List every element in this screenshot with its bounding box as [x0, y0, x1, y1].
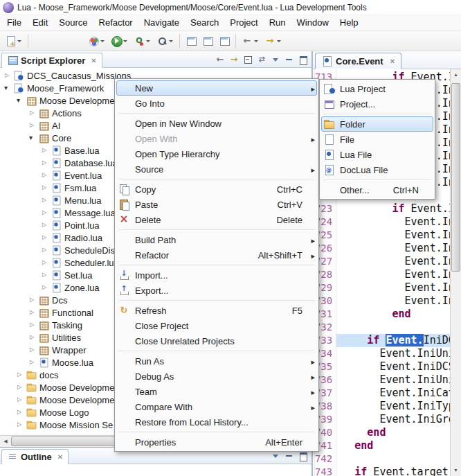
expander-collapsed-icon[interactable]: [17, 418, 26, 431]
code-line[interactable]: end: [336, 308, 450, 321]
code-line[interactable]: end: [336, 426, 450, 439]
menubar-item-help[interactable]: Help: [334, 16, 364, 29]
expander-collapsed-icon[interactable]: [42, 269, 51, 281]
code-line[interactable]: Event.IniCategory = Event.IniDCSUnit:get…: [336, 268, 450, 281]
expander-collapsed-icon[interactable]: [42, 231, 51, 244]
expander-collapsed-icon[interactable]: [29, 119, 38, 132]
code-line[interactable]: [336, 452, 450, 466]
code-line[interactable]: if Event.target then: [336, 466, 450, 476]
expander-collapsed-icon[interactable]: [17, 406, 26, 418]
expander-collapsed-icon[interactable]: [42, 157, 51, 169]
expander-expanded-icon[interactable]: [17, 94, 26, 107]
menu-item-debug-as[interactable]: Debug As: [116, 369, 317, 384]
expander-collapsed-icon[interactable]: [42, 256, 51, 269]
forward-button[interactable]: [228, 53, 240, 66]
dropdown-arrow-icon[interactable]: [168, 35, 174, 46]
scroll-up-icon[interactable]: [451, 69, 461, 80]
code-line[interactable]: Event.IniCategory = Event.IniDCSUnit:get…: [336, 387, 450, 400]
back-button[interactable]: [214, 53, 226, 66]
menubar-item-window[interactable]: Window: [291, 16, 334, 29]
link-editor-button[interactable]: [255, 53, 268, 66]
menubar-item-edit[interactable]: Edit: [27, 16, 53, 29]
code-line[interactable]: Event.IniUnitName = Event.IniDCSUnitName: [336, 229, 450, 242]
dropdown-arrow-icon[interactable]: [276, 35, 282, 46]
menu-item-refresh[interactable]: RefreshF5: [116, 303, 317, 318]
menubar-item-file[interactable]: File: [1, 16, 27, 29]
menu-item-compare-with[interactable]: Compare With: [116, 399, 317, 414]
scroll-left-icon[interactable]: [0, 436, 11, 447]
expander-collapsed-icon[interactable]: [29, 319, 38, 331]
close-icon[interactable]: ✕: [91, 57, 96, 64]
run-button[interactable]: [109, 33, 130, 49]
menu-item-lua-project[interactable]: Lua Project: [321, 81, 433, 96]
expander-collapsed-icon[interactable]: [29, 107, 38, 119]
code-line[interactable]: if Event.IniObjectCategory == 3 then: [336, 202, 450, 215]
dropdown-arrow-icon[interactable]: [253, 35, 259, 46]
menu-item-other[interactable]: Other...Ctrl+N: [321, 182, 433, 197]
external-tools-button[interactable]: [86, 33, 107, 49]
menubar-item-search[interactable]: Search: [185, 16, 224, 29]
expander-collapsed-icon[interactable]: [42, 281, 51, 294]
menu-item-open-type-hierarchy[interactable]: Open Type Hierarchy: [116, 146, 317, 161]
close-icon[interactable]: ✕: [57, 453, 63, 461]
dropdown-arrow-icon[interactable]: [145, 35, 151, 46]
expander-collapsed-icon[interactable]: [42, 244, 51, 256]
code-line[interactable]: end: [336, 439, 450, 452]
tab-script-explorer[interactable]: Script Explorer ✕: [1, 53, 102, 68]
tab-outline[interactable]: Outline ✕: [1, 449, 69, 464]
menu-item-team[interactable]: Team: [116, 384, 317, 399]
menu-item-go-into[interactable]: Go Into: [116, 96, 317, 111]
code-line[interactable]: Event.IniUnit = UNIT:FindByName( Event.I…: [336, 255, 450, 268]
expander-collapsed-icon[interactable]: [17, 394, 26, 406]
menubar-item-source[interactable]: Source: [53, 16, 93, 29]
menu-item-copy[interactable]: CopyCtrl+C: [116, 182, 317, 197]
expander-collapsed-icon[interactable]: [29, 356, 38, 369]
expander-collapsed-icon[interactable]: [42, 194, 51, 206]
dropdown-arrow-icon[interactable]: [17, 35, 22, 46]
menu-item-file[interactable]: File: [321, 132, 433, 147]
expander-collapsed-icon[interactable]: [29, 331, 38, 344]
menubar-item-refactor[interactable]: Refactor: [93, 16, 138, 29]
new-wizard-button[interactable]: [3, 33, 24, 49]
menu-item-close-project[interactable]: Close Project: [116, 318, 317, 333]
menu-item-refactor[interactable]: RefactorAlt+Shift+T: [116, 247, 317, 263]
editor-scrollbar[interactable]: [450, 69, 461, 476]
code-line[interactable]: if Event.IniDCSUnitName ~= nil then: [336, 334, 450, 347]
menu-item-open-in-new-window[interactable]: Open in New Window: [116, 116, 317, 131]
code-line[interactable]: [336, 321, 450, 334]
expander-collapsed-icon[interactable]: [29, 294, 38, 306]
forward-button[interactable]: [262, 33, 284, 49]
pin-editor-button[interactable]: [217, 33, 232, 49]
menu-item-doclua-file[interactable]: DocLua File: [321, 162, 433, 177]
scrollbar-thumb[interactable]: [11, 437, 115, 446]
view-menu-button[interactable]: [269, 53, 282, 66]
menu-item-lua-file[interactable]: Lua File: [321, 147, 433, 162]
collapse-all-button[interactable]: [242, 53, 254, 66]
scroll-down-icon[interactable]: [451, 465, 461, 476]
menu-item-delete[interactable]: DeleteDelete: [116, 212, 317, 227]
code-line[interactable]: Event.IniTypeName = Event.IniDCSUnit:get…: [336, 281, 450, 294]
menu-item-properties[interactable]: PropertiesAlt+Enter: [116, 434, 317, 450]
open-console-button[interactable]: [183, 33, 199, 49]
expander-collapsed-icon[interactable]: [17, 381, 26, 394]
menu-item-run-as[interactable]: Run As: [116, 353, 317, 369]
menu-item-export[interactable]: Export...: [116, 283, 317, 298]
back-button[interactable]: [239, 33, 261, 49]
menu-item-project[interactable]: Project...: [321, 96, 433, 112]
menubar-item-navigate[interactable]: Navigate: [138, 16, 185, 29]
code-line[interactable]: Event.IniDCSGroup = Event.IniDCSUnit:get…: [336, 360, 450, 373]
menu-item-source[interactable]: Source: [116, 161, 317, 177]
code-line[interactable]: Event.IniDCSUnitName = Event.IniDCSUnit:…: [336, 215, 450, 229]
tab-core-event[interactable]: Core.Event ✕: [315, 53, 401, 69]
menu-item-folder[interactable]: Folder: [321, 116, 433, 132]
expander-expanded-icon[interactable]: [29, 132, 38, 144]
search-button[interactable]: [154, 33, 176, 49]
minimize-button[interactable]: [283, 53, 296, 66]
dropdown-arrow-icon[interactable]: [100, 35, 105, 46]
code-line[interactable]: Event.IniDCSGroup = Event.IniDCSUnit:get…: [336, 242, 450, 255]
code-line[interactable]: Event.IniGroupName = Event.IniDCSGroup:g…: [336, 294, 450, 308]
expander-collapsed-icon[interactable]: [42, 206, 51, 219]
menu-item-build-path[interactable]: Build Path: [116, 232, 317, 247]
coverage-button[interactable]: [132, 33, 153, 49]
expander-collapsed-icon[interactable]: [42, 219, 51, 231]
